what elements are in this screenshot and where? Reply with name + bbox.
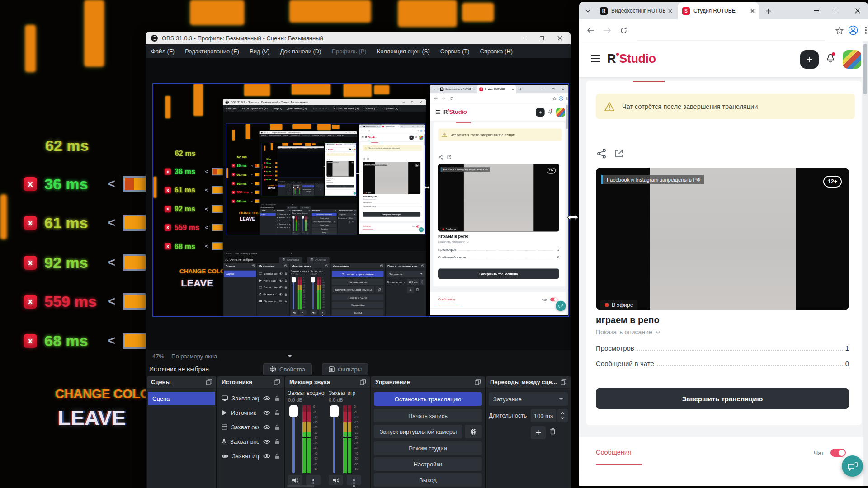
filters-button[interactable]: Фильтры [322, 363, 368, 375]
unlock-icon[interactable] [274, 453, 280, 459]
unlock-icon[interactable] [274, 410, 280, 416]
source-item[interactable]: Захват вхо [217, 434, 284, 449]
duration-input[interactable]: 100 ms [531, 409, 556, 422]
transitions-dock-header[interactable]: Переходы между сце... [486, 376, 571, 388]
menu-file[interactable]: Файл (F) [151, 48, 175, 55]
sources-dock-header[interactable]: Источники [217, 376, 284, 388]
browser-minimize-button[interactable] [806, 2, 826, 19]
end-stream-button[interactable]: Завершить трансляцию [596, 388, 849, 409]
kick-player-button[interactable]: x [24, 334, 37, 348]
exit-button[interactable]: Выход [374, 473, 482, 487]
eye-icon[interactable] [263, 396, 270, 401]
scene-canvas[interactable]: 62 ms x 36 ms < x 61 ms < x 92 ms < x 55… [152, 83, 569, 317]
menu-view[interactable]: Вид (V) [250, 48, 269, 55]
notifications-button[interactable] [826, 53, 835, 66]
close-tab-icon[interactable] [750, 9, 755, 13]
popout-icon[interactable] [561, 379, 566, 385]
mute-button[interactable] [329, 475, 343, 485]
source-item[interactable]: Источник [217, 405, 284, 420]
browser-maximize-button[interactable] [826, 2, 847, 19]
unlock-icon[interactable] [274, 439, 280, 445]
chevron-down-icon[interactable] [288, 355, 292, 357]
popout-icon[interactable] [274, 379, 280, 385]
studio-logo[interactable]: RStudio [607, 52, 656, 66]
chevron-up-icon[interactable] [561, 412, 565, 415]
page-scrollbar[interactable] [863, 41, 868, 486]
browser-tab-rutube[interactable]: R Видеохостинг RUTUBE [595, 2, 677, 19]
avatar[interactable] [843, 50, 861, 69]
start-recording-button[interactable]: Начать запись [374, 409, 482, 422]
menu-docks[interactable]: Док-панели (D) [280, 48, 321, 55]
controls-dock-header[interactable]: Управление [371, 376, 485, 388]
source-item[interactable]: Захват экр [217, 391, 284, 405]
maximize-icon[interactable] [540, 36, 544, 40]
hamburger-menu-button[interactable] [591, 55, 600, 62]
duration-stepper[interactable] [557, 409, 568, 422]
eye-icon[interactable] [263, 454, 270, 459]
close-icon[interactable] [557, 36, 562, 41]
profile-button[interactable] [848, 25, 859, 36]
close-tab-icon[interactable] [668, 9, 672, 13]
support-chat-button[interactable] [842, 455, 863, 477]
menu-help[interactable]: Справка (Н) [480, 48, 513, 55]
new-tab-button[interactable] [764, 6, 773, 15]
menu-profile[interactable]: Профиль (P) [332, 48, 367, 55]
virtual-camera-settings-button[interactable] [465, 425, 482, 438]
back-button[interactable] [585, 25, 596, 36]
leave-button[interactable]: LEAVE [58, 406, 126, 430]
unlock-icon[interactable] [274, 424, 280, 430]
mixer-scrollbar[interactable] [287, 485, 314, 487]
menu-scene-collection[interactable]: Коллекция сцен (S) [377, 48, 430, 55]
kick-player-button[interactable]: x [24, 177, 37, 191]
share-icon[interactable] [597, 149, 607, 159]
channel-menu-button[interactable] [347, 475, 361, 485]
browser-close-button[interactable] [847, 2, 868, 19]
stop-streaming-button[interactable]: Остановить трансляцию [374, 392, 482, 406]
add-transition-button[interactable] [531, 426, 546, 439]
bookmark-button[interactable] [834, 25, 845, 36]
eye-icon[interactable] [263, 425, 270, 430]
menu-edit[interactable]: Редактирование (E) [185, 48, 239, 55]
remove-transition-button[interactable] [549, 427, 556, 436]
popout-icon[interactable] [206, 379, 212, 385]
scrollbar-thumb[interactable] [863, 44, 867, 94]
kick-player-button[interactable]: x [24, 216, 37, 230]
browser-tab-studio-active[interactable]: S Студия RUTUBE [678, 2, 759, 19]
source-item[interactable]: Захват игр [217, 449, 284, 463]
mixer-dock-header[interactable]: Микшер звука [285, 376, 370, 388]
obs-titlebar[interactable]: OBS 31.0.3 - Профиль: Безымянный - Сцены… [146, 32, 571, 44]
kick-player-button[interactable]: x [24, 295, 37, 309]
chevron-down-icon[interactable] [561, 417, 565, 419]
studio-mode-button[interactable]: Режим студии [374, 441, 482, 455]
browser-menu-button[interactable] [860, 25, 868, 36]
chat-toggle[interactable] [830, 449, 846, 457]
eye-icon[interactable] [263, 439, 270, 444]
kick-player-button[interactable]: x [24, 256, 37, 270]
settings-button[interactable]: Настройки [374, 457, 482, 471]
virtual-camera-button[interactable]: Запуск виртуальной камеры [374, 425, 462, 438]
change-color-button[interactable]: CHANGE COLOR [55, 387, 159, 401]
popout-icon[interactable] [360, 379, 366, 385]
channel-menu-button[interactable] [306, 475, 321, 485]
menu-tools[interactable]: Сервис (Т) [440, 48, 470, 55]
volume-slider-handle[interactable] [330, 405, 339, 417]
minimize-icon[interactable] [522, 38, 526, 38]
scenes-dock-header[interactable]: Сцены [147, 376, 216, 388]
create-button[interactable] [800, 50, 819, 69]
source-item[interactable]: Захват окн [217, 420, 284, 434]
open-external-icon[interactable] [614, 149, 624, 159]
mute-button[interactable] [288, 475, 302, 485]
scene-item-selected[interactable]: Сцена [148, 392, 215, 405]
stream-preview[interactable]: Facebook и Instagram запрещены в РФ 12+ … [596, 168, 849, 310]
tab-search-button[interactable] [584, 7, 592, 15]
show-description-link[interactable]: Показать описание [596, 328, 660, 336]
volume-slider-handle[interactable] [289, 405, 298, 417]
eye-icon[interactable] [263, 410, 270, 415]
properties-button[interactable]: Свойства [263, 363, 312, 375]
reload-button[interactable] [618, 25, 629, 36]
unlock-icon[interactable] [274, 395, 280, 401]
popout-icon[interactable] [475, 379, 481, 385]
zoom-mode-select[interactable]: По размеру окна [171, 353, 217, 360]
forward-button[interactable] [602, 25, 613, 36]
transition-select[interactable]: Затухание [489, 392, 568, 406]
